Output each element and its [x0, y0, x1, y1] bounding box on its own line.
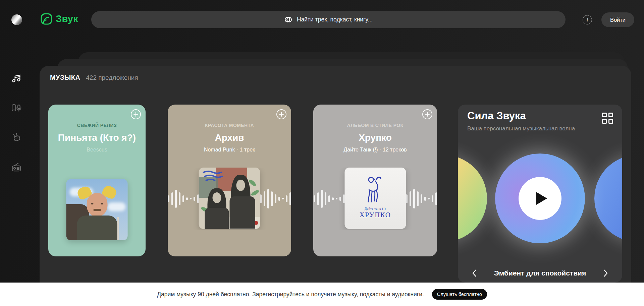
album-art-pinata: [66, 179, 128, 240]
album-art-hrupko: Дайте танк (!) ХРУПКО: [344, 168, 406, 229]
chevron-left-icon[interactable]: [470, 268, 479, 278]
face-shape: [87, 193, 107, 217]
zvuk-logo[interactable]: Звук: [40, 13, 78, 25]
music-notes-icon: [10, 72, 22, 84]
listen-free-button[interactable]: Слушать бесплатно: [432, 289, 487, 300]
album-art-arhiv: [199, 168, 260, 229]
wave-card-subtitle: Ваша персональная музыкальная волна: [467, 125, 575, 132]
sound-wave-card[interactable]: Сила Звука Ваша персональная музыкальная…: [458, 105, 622, 283]
card-title: Хрупко: [349, 132, 401, 143]
zvuk-logo-text: Звук: [56, 13, 78, 24]
radio-icon: [10, 162, 22, 174]
torso-shape: [77, 216, 117, 240]
book-microphone-icon: [10, 102, 22, 114]
search-placeholder: Найти трек, подкаст, книгу...: [297, 16, 373, 23]
chevron-right-icon[interactable]: [601, 268, 610, 278]
bunny-icon: [10, 131, 22, 143]
top-bar: Звук Найти трек, подкаст, книгу... i Вой…: [0, 0, 644, 39]
music-panel: МУЗЫКА 422 предложения СВЕЖИЙ РЕЛИЗ Пинь…: [40, 66, 631, 283]
section-title: МУЗЫКА: [50, 74, 80, 81]
search-input[interactable]: Найти трек, подкаст, книгу...: [91, 11, 566, 28]
art-artist-text: Дайте танк (!): [365, 207, 386, 210]
album-art-zone: [48, 179, 146, 241]
wave-orb-next[interactable]: [594, 155, 622, 242]
promo-card-moment-beauty[interactable]: КРАСОТА МОМЕНТА Архив Nomad Punk · 1 тре…: [168, 105, 291, 256]
play-icon: [536, 192, 547, 205]
add-to-collection-button[interactable]: [276, 109, 286, 119]
cloud-shape: [108, 202, 126, 211]
promo-card-rock-album[interactable]: АЛЬБОМ В СТИЛЕ РОК Хрупко Дайте Танк (!)…: [313, 105, 437, 256]
banner-text: Дарим музыку 90 дней бесплатно. Зарегист…: [157, 291, 424, 298]
graffiti-shape: [202, 170, 224, 184]
pole-shape: [117, 217, 119, 240]
card-tag: КРАСОТА МОМЕНТА: [205, 123, 254, 128]
card-subtitle: Дайте Танк (!) · 12 треков: [343, 147, 407, 153]
card-title: Пиньята (Кто я?): [49, 132, 145, 143]
card-tag: АЛЬБОМ В СТИЛЕ РОК: [347, 123, 404, 128]
theme-sphere-icon[interactable]: [11, 14, 22, 25]
wave-playlist-label: Эмбиент для спокойствия: [494, 269, 586, 277]
sidebar-item-radio[interactable]: [10, 162, 22, 174]
add-to-collection-button[interactable]: [131, 109, 141, 119]
art-title-text: ХРУПКО: [359, 211, 391, 219]
search-icon: [284, 15, 292, 24]
card-subtitle: Nomad Punk · 1 трек: [204, 147, 255, 153]
promo-banner: Дарим музыку 90 дней бесплатно. Зарегист…: [0, 283, 644, 306]
play-button[interactable]: [519, 177, 561, 220]
wave-card-title: Сила Звука: [467, 110, 526, 122]
sidebar-item-music[interactable]: [10, 72, 22, 84]
wave-carousel-controls: Эмбиент для спокойствия: [458, 265, 622, 281]
card-tag: СВЕЖИЙ РЕЛИЗ: [77, 123, 117, 128]
glass-deer-figure: [362, 168, 388, 207]
card-title: Архив: [206, 132, 254, 143]
card-subtitle: Beescus: [87, 147, 107, 153]
sidebar-item-podcasts-books[interactable]: [10, 102, 22, 114]
zvuk-logo-icon: [40, 13, 53, 25]
info-icon[interactable]: i: [583, 15, 592, 24]
album-art-zone: [168, 168, 291, 230]
album-art-zone: Дайте танк (!) ХРУПКО: [313, 168, 437, 230]
section-count: 422 предложения: [86, 74, 138, 81]
wave-orb-previous[interactable]: [458, 155, 487, 242]
grid-icon[interactable]: [602, 113, 613, 124]
login-button[interactable]: Войти: [601, 12, 634, 27]
promo-card-fresh-release[interactable]: СВЕЖИЙ РЕЛИЗ Пиньята (Кто я?) Beescus: [48, 105, 146, 256]
add-to-collection-button[interactable]: [422, 109, 432, 119]
section-header: МУЗЫКА 422 предложения: [50, 74, 138, 81]
sidebar-item-kids[interactable]: [10, 131, 22, 143]
